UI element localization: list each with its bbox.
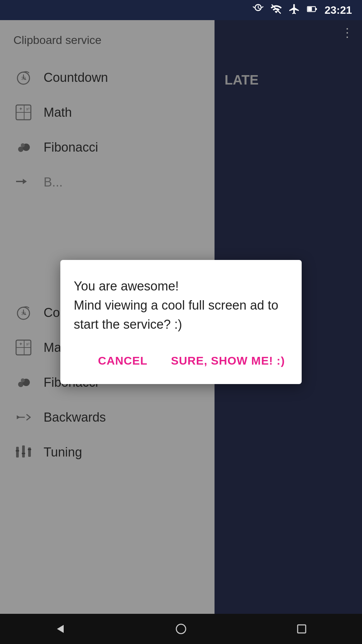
recents-button[interactable]: [288, 619, 315, 639]
dialog: You are awesome!Mind viewing a cool full…: [60, 260, 302, 384]
dialog-message: You are awesome!Mind viewing a cool full…: [74, 277, 288, 334]
status-bar: 23:21: [0, 0, 362, 20]
confirm-button[interactable]: SURE, SHOW ME! :): [168, 351, 288, 371]
svg-rect-3: [315, 8, 317, 10]
status-time: 23:21: [324, 4, 352, 16]
alarm-icon: [252, 3, 264, 17]
svg-rect-2: [308, 7, 312, 11]
nav-bar: [0, 614, 362, 644]
signal-icon: [270, 3, 282, 17]
back-button[interactable]: [47, 619, 74, 639]
dialog-buttons: CANCEL SURE, SHOW ME! :): [74, 351, 288, 374]
cancel-button[interactable]: CANCEL: [95, 351, 151, 371]
svg-marker-40: [57, 625, 64, 633]
svg-point-41: [176, 624, 186, 634]
svg-rect-42: [298, 625, 306, 633]
battery-icon: [306, 3, 318, 17]
airplane-icon: [288, 3, 300, 17]
home-button[interactable]: [168, 619, 194, 639]
